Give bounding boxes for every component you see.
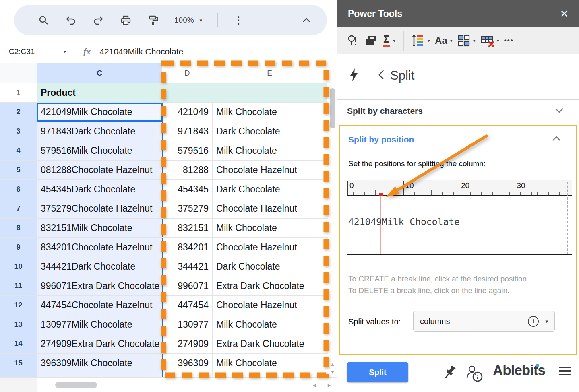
cell-e1[interactable] — [212, 83, 327, 102]
cell-e11[interactable]: Extra Dark Chocolate — [213, 276, 327, 295]
cell-c13[interactable]: 130977Milk Chocolate — [37, 315, 163, 334]
cell-e5[interactable]: Chocolate Hazelnut — [213, 161, 327, 179]
cell-c6[interactable]: 454345Dark Chocolate — [37, 180, 163, 199]
split-values-select[interactable]: columns i ▾ — [413, 311, 555, 332]
redo-icon[interactable] — [92, 14, 104, 26]
column-header-e[interactable]: E — [212, 63, 327, 83]
cell-c1[interactable]: Product — [37, 83, 162, 102]
cell-c16[interactable]: 317319Dark Chocolate — [37, 373, 163, 377]
column-header-c[interactable]: C — [37, 63, 162, 83]
cell-c2-active[interactable]: 421049Milk Chocolate — [37, 103, 163, 122]
cell-e14[interactable]: Extra Dark Chocolate — [213, 334, 327, 353]
cell-c7[interactable]: 375279Chocolate Hazelnut — [37, 199, 163, 218]
cell-c4[interactable]: 579516Milk Chocolate — [37, 141, 163, 160]
section-split-by-characters[interactable]: Split by characters — [337, 99, 579, 122]
calculate-button[interactable]: Σ ▾ — [383, 34, 395, 47]
cell-c9[interactable]: 834201Chocolate Hazelnut — [37, 238, 163, 257]
cell-e3[interactable]: Dark Chocolate — [213, 122, 327, 141]
row-number[interactable]: 12 — [0, 296, 37, 315]
scroll-right-icon[interactable]: ▸ — [322, 378, 336, 392]
select-all-corner[interactable] — [0, 63, 37, 83]
cell-d6[interactable]: 454345 — [163, 180, 213, 199]
clear-data-button[interactable]: ▾ — [480, 34, 499, 47]
more-options-icon[interactable]: ⋮ — [233, 14, 244, 27]
row-number[interactable]: 6 — [0, 180, 37, 199]
cell-c15[interactable]: 396309Milk Chocolate — [37, 354, 163, 373]
name-box-caret-icon[interactable]: ▾ — [64, 49, 66, 54]
cell-d16[interactable]: 317319 — [163, 373, 213, 377]
print-icon[interactable] — [120, 14, 132, 26]
scroll-up-icon[interactable]: ▲ — [331, 360, 335, 368]
row-number[interactable]: 4 — [0, 141, 37, 160]
horizontal-scrollbar-thumb[interactable] — [55, 382, 97, 388]
row-number[interactable]: 8 — [0, 219, 37, 237]
row-number[interactable]: 2 — [0, 103, 37, 122]
info-icon[interactable]: i — [528, 316, 539, 327]
scroll-left-icon[interactable]: ◂ — [307, 378, 321, 392]
chevron-up-icon[interactable] — [552, 136, 561, 143]
cell-e13[interactable]: Milk Chocolate — [213, 315, 327, 334]
cell-d1[interactable] — [162, 83, 212, 102]
cell-d11[interactable]: 996071 — [163, 276, 213, 295]
row-number[interactable]: 11 — [0, 276, 37, 295]
cell-d7[interactable]: 375279 — [163, 199, 213, 218]
row-number[interactable]: 9 — [0, 238, 37, 257]
menu-icon[interactable] — [559, 367, 571, 378]
cell-c5[interactable]: 081288Chocolate Hazelnut — [37, 161, 163, 179]
cell-c8[interactable]: 832151Milk Chocolate — [37, 219, 163, 237]
split-button[interactable]: Split — [347, 362, 408, 382]
row-number[interactable]: 14 — [0, 334, 37, 353]
text-tools-button[interactable]: Aa ▾ — [435, 35, 453, 46]
cell-e8[interactable]: Milk Chocolate — [213, 219, 327, 237]
cell-d8[interactable]: 832151 — [163, 219, 213, 237]
cell-c11[interactable]: 996071Extra Dark Chocolate — [37, 276, 163, 295]
row-number[interactable]: 3 — [0, 122, 37, 141]
row-number[interactable]: 7 — [0, 199, 37, 218]
row-number[interactable]: 16 — [0, 373, 37, 377]
horizontal-scrollbar[interactable]: ◂ ▸ — [0, 377, 337, 392]
sheets-manager-button[interactable] — [365, 34, 378, 47]
section-label[interactable]: Split by position — [348, 135, 414, 144]
cell-e15[interactable]: Milk Chocolate — [213, 354, 327, 373]
cell-d10[interactable]: 344421 — [163, 257, 213, 276]
cell-d5[interactable]: 81288 — [163, 161, 213, 179]
cell-c12[interactable]: 447454Chocolate Hazelnut — [37, 296, 163, 315]
cell-d15[interactable]: 396309 — [163, 354, 213, 373]
rows-columns-button[interactable]: ▾ — [412, 34, 430, 47]
cell-d4[interactable]: 579516 — [163, 141, 213, 160]
search-icon[interactable] — [37, 14, 50, 26]
zoom-control[interactable]: 100% ▾ — [174, 16, 202, 25]
close-icon[interactable]: ✕ — [560, 8, 569, 20]
cell-d12[interactable]: 447454 — [163, 296, 213, 315]
more-tools-button[interactable]: ••• — [504, 37, 514, 45]
cell-c10[interactable]: 344421Dark Chocolate — [37, 257, 163, 276]
back-icon[interactable] — [378, 70, 385, 82]
cell-e12[interactable]: Chocolate Hazelnut — [213, 296, 327, 315]
cell-e4[interactable]: Milk Chocolate — [213, 141, 327, 160]
cell-e9[interactable]: Chocolate Hazelnut — [213, 238, 327, 257]
cell-e7[interactable]: Chocolate Hazelnut — [213, 199, 327, 218]
cell-d3[interactable]: 971843 — [163, 122, 213, 141]
break-line-marker[interactable] — [379, 193, 383, 196]
find-replace-button[interactable] — [347, 34, 360, 47]
vertical-scrollbar-thumb[interactable] — [330, 88, 335, 128]
cell-d9[interactable]: 834201 — [163, 238, 213, 257]
pin-icon[interactable] — [441, 365, 457, 384]
column-header-d[interactable]: D — [162, 63, 212, 83]
cell-e6[interactable]: Dark Chocolate — [213, 180, 327, 199]
row-number[interactable]: 10 — [0, 257, 37, 276]
cell-d14[interactable]: 274909 — [163, 334, 213, 353]
row-number[interactable]: 1 — [0, 83, 37, 102]
cell-c3[interactable]: 971843Dark Chocolate — [37, 122, 163, 141]
undo-icon[interactable] — [65, 14, 77, 26]
cell-e2[interactable]: Milk Chocolate — [213, 103, 327, 122]
help-account-icon[interactable] — [465, 365, 484, 384]
row-number[interactable]: 13 — [0, 315, 37, 334]
collapse-toolbar-icon[interactable] — [300, 14, 312, 26]
dedupe-compare-button[interactable]: ▾ — [457, 34, 476, 47]
cell-e10[interactable]: Dark Chocolate — [213, 257, 327, 276]
row-number[interactable]: 5 — [0, 161, 37, 179]
row-number[interactable]: 15 — [0, 354, 37, 373]
cell-e16[interactable]: Dark Chocolate — [213, 373, 327, 377]
formula-value[interactable]: 421049Milk Chocolate — [99, 47, 183, 56]
